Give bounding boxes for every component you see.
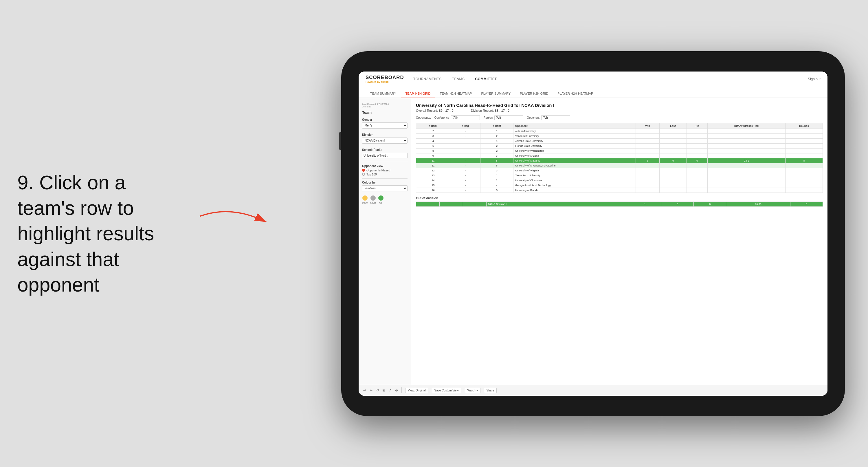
col-reg: # Reg xyxy=(451,123,480,128)
sign-out-link[interactable]: Sign out xyxy=(808,77,820,81)
sidebar-team-label: Team xyxy=(362,110,407,115)
opponent-filter-select[interactable]: (All) xyxy=(541,115,570,120)
instruction-body: Click on a team's row to highlight resul… xyxy=(18,171,154,296)
subnav-player-h2h-grid[interactable]: PLAYER H2H GRID xyxy=(515,89,553,98)
opponents-filter-label: Opponents: xyxy=(416,116,431,119)
refresh-icon[interactable]: ⟲ xyxy=(376,388,379,392)
radio-top100[interactable]: Top 100 xyxy=(362,173,407,176)
region-filter-group: Region (All) xyxy=(483,115,523,120)
col-rounds: Rounds xyxy=(785,123,823,128)
main-content: Last Updated: 27/03/2024 16:55:38 Team G… xyxy=(359,98,828,396)
bottom-toolbar: ↩ ↪ ⟲ ⊞ ↗ ⊙ View: Original Save Custom V… xyxy=(359,385,828,396)
table-row[interactable]: 4-1Arizona State University xyxy=(416,138,823,143)
data-area: University of North Carolina Head-to-Hea… xyxy=(411,98,828,396)
last-updated: Last Updated: 27/03/2024 16:55:38 xyxy=(362,103,407,108)
out-div-label: NCAA Division II xyxy=(486,202,629,206)
logo-area: SCOREBOARD Powered by clippd xyxy=(366,75,404,83)
out-div-rounds: 3 xyxy=(790,202,823,206)
table-row[interactable]: 9-3University of Arizona xyxy=(416,153,823,158)
table-row[interactable]: 15-4Georgia Institute of Technology xyxy=(416,183,823,187)
division-record: Division Record: 88 - 17 - 0 xyxy=(471,109,509,112)
colour-up: Up xyxy=(378,196,383,204)
sidebar-division-label: Division xyxy=(362,133,407,136)
table-row[interactable]: 16-3University of Florida xyxy=(416,187,823,193)
share-btn[interactable]: Share xyxy=(484,388,497,393)
conference-filter-label: Conference xyxy=(434,116,450,119)
region-filter-label: Region xyxy=(483,116,493,119)
sub-nav: TEAM SUMMARY TEAM H2H GRID TEAM H2H HEAT… xyxy=(359,87,828,98)
colour-level: Level xyxy=(370,196,376,204)
watch-btn[interactable]: Watch ▾ xyxy=(465,388,480,393)
colour-down: Down xyxy=(362,196,368,204)
table-header-row: # Rank # Reg # Conf Opponent Win Loss Ti… xyxy=(416,123,823,128)
colour-circle-level xyxy=(370,196,376,201)
out-div-tie: 0 xyxy=(694,202,726,206)
col-win: Win xyxy=(636,123,660,128)
arrow-annotation xyxy=(191,199,272,234)
col-conf: # Conf xyxy=(480,123,514,128)
out-div-row[interactable]: NCAA Division II 1 0 0 26.00 3 xyxy=(416,202,823,206)
logo-subtitle: Powered by clippd xyxy=(366,81,404,83)
gender-select[interactable]: Men's xyxy=(362,122,407,128)
col-tie: Tie xyxy=(687,123,708,128)
undo-icon[interactable]: ↩ xyxy=(363,388,366,392)
view-original-btn[interactable]: View: Original xyxy=(405,388,428,393)
subnav-player-h2h-heatmap[interactable]: PLAYER H2H HEATMAP xyxy=(553,89,598,98)
radio-dot-top100 xyxy=(362,173,365,176)
table-row[interactable]: 6-2Florida State University xyxy=(416,143,823,148)
out-div-win: 1 xyxy=(629,202,661,206)
export-icon[interactable]: ↗ xyxy=(389,388,392,392)
view-original-label: View: Original xyxy=(408,389,426,392)
save-custom-view-btn[interactable]: Save Custom View xyxy=(432,388,461,393)
col-opponent: Opponent xyxy=(513,123,636,128)
school-input[interactable] xyxy=(362,153,407,158)
logo-title: SCOREBOARD xyxy=(366,75,404,81)
nav-committee[interactable]: COMMITTEE xyxy=(475,76,498,82)
table-row[interactable]: 3-2Vanderbilt University xyxy=(416,134,823,138)
nav-tournaments[interactable]: TOURNAMENTS xyxy=(413,76,442,82)
table-row[interactable]: 11-5University of Alabama3002.618 xyxy=(416,158,823,163)
overall-record: Overall Record: 89 - 17 - 0 xyxy=(416,109,454,112)
subnav-team-h2h-heatmap[interactable]: TEAM H2H HEATMAP xyxy=(435,89,476,98)
redo-icon[interactable]: ↪ xyxy=(370,388,372,392)
nav-links: TOURNAMENTS TEAMS COMMITTEE xyxy=(413,76,805,82)
share-label: Share xyxy=(487,389,494,392)
colour-by-select[interactable]: Win/loss xyxy=(362,185,407,192)
radio-group: Opponents Played Top 100 xyxy=(362,169,407,176)
table-row[interactable]: 13-1Texas Tech University xyxy=(416,173,823,178)
colour-legend: Down Level Up xyxy=(362,196,407,204)
radio-opponents-played[interactable]: Opponents Played xyxy=(362,169,407,172)
colour-circle-down xyxy=(362,196,368,201)
region-filter-select[interactable]: (All) xyxy=(494,115,523,120)
out-div-diff: 26.00 xyxy=(726,202,790,206)
subnav-player-summary[interactable]: PLAYER SUMMARY xyxy=(476,89,515,98)
table-row[interactable]: 14-2University of Oklahoma xyxy=(416,178,823,183)
sidebar-school-label: School (Rank) xyxy=(362,148,407,151)
col-rank: # Rank xyxy=(416,123,451,128)
table-row[interactable]: 11-6University of Arkansas, Fayetteville xyxy=(416,163,823,168)
nav-teams[interactable]: TEAMS xyxy=(452,76,465,82)
table-row[interactable]: 2-1Auburn University xyxy=(416,128,823,134)
clock-icon[interactable]: ⊙ xyxy=(395,388,398,392)
grid-icon[interactable]: ⊞ xyxy=(382,388,385,392)
h2h-table: # Rank # Reg # Conf Opponent Win Loss Ti… xyxy=(416,123,823,193)
scene: 9. Click on a team's row to highlight re… xyxy=(0,0,868,467)
record-row: Overall Record: 89 - 17 - 0 Division Rec… xyxy=(416,109,823,112)
out-of-division: Out of division NCAA Division II 1 0 xyxy=(416,196,823,207)
subnav-team-summary[interactable]: TEAM SUMMARY xyxy=(366,89,401,98)
page-title: University of North Carolina Head-to-Hea… xyxy=(416,103,823,108)
subnav-team-h2h-grid[interactable]: TEAM H2H GRID xyxy=(401,89,435,98)
sidebar-gender-label: Gender xyxy=(362,118,407,121)
toolbar-separator xyxy=(401,387,402,393)
table-row[interactable]: 12-3University of Virginia xyxy=(416,168,823,173)
out-div-table: NCAA Division II 1 0 0 26.00 3 xyxy=(416,202,823,207)
opponent-filter-group: Opponent (All) xyxy=(527,115,570,120)
conference-filter-select[interactable]: (All) xyxy=(451,115,480,120)
out-div-empty1 xyxy=(416,202,440,206)
conference-filter-group: Conference (All) xyxy=(434,115,480,120)
sidebar: Last Updated: 27/03/2024 16:55:38 Team G… xyxy=(359,98,411,396)
col-diff: Diff Av Strokes/Rnd xyxy=(708,123,785,128)
radio-dot-opponents xyxy=(362,169,365,172)
division-select[interactable]: NCAA Division I xyxy=(362,138,407,144)
table-row[interactable]: 8-2University of Washington xyxy=(416,148,823,153)
